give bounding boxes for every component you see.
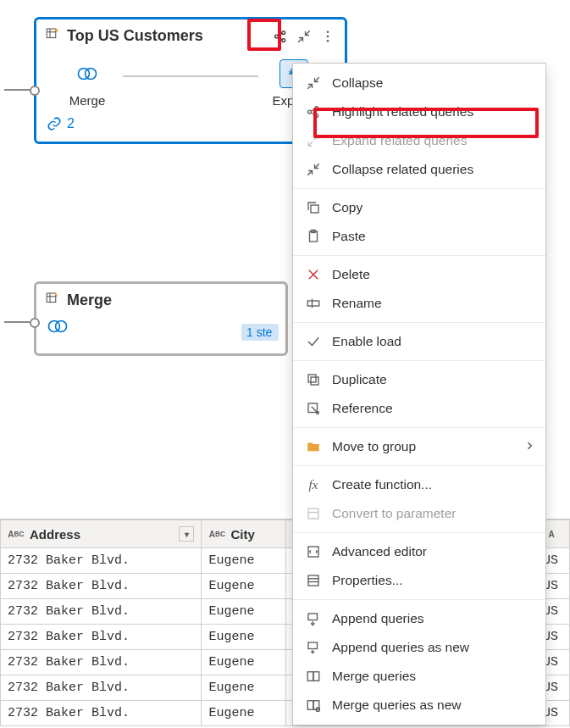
svg-point-10 — [327, 39, 329, 42]
cell-address[interactable]: 2732 Baker Blvd. — [1, 701, 202, 726]
svg-line-23 — [311, 113, 315, 115]
svg-rect-0 — [47, 29, 56, 38]
svg-rect-34 — [308, 508, 318, 519]
menu-item-collapse-related[interactable]: Collapse related queries — [293, 155, 545, 184]
diagram-canvas[interactable]: Top US Customers — [0, 0, 570, 728]
delete-icon — [305, 266, 322, 283]
menu-label: Expand related queries — [332, 133, 467, 148]
collapse-icon — [305, 75, 322, 92]
svg-rect-40 — [308, 614, 318, 620]
duplicate-icon — [305, 371, 322, 388]
menu-label: Merge queries as new — [332, 697, 462, 713]
menu-item-advanced-editor[interactable]: Advanced editor — [293, 537, 545, 566]
cell-city[interactable]: Eugene — [202, 625, 285, 650]
menu-item-expand-related: Expand related queries — [293, 126, 545, 155]
menu-item-properties[interactable]: Properties... — [293, 566, 545, 595]
cell-city[interactable]: Eugene — [202, 548, 285, 574]
menu-item-paste[interactable]: Paste — [293, 222, 545, 251]
svg-point-9 — [327, 35, 329, 37]
menu-label: Properties... — [332, 573, 403, 588]
column-label: Address — [30, 527, 80, 542]
svg-rect-14 — [47, 293, 56, 303]
menu-separator — [293, 322, 545, 323]
cell-city[interactable]: Eugene — [202, 675, 285, 701]
collapse-icon[interactable] — [296, 28, 313, 45]
menu-label: Rename — [332, 296, 382, 311]
port-connector-line — [4, 89, 30, 91]
card-title: Merge — [67, 292, 112, 309]
cell-address[interactable]: 2732 Baker Blvd. — [1, 625, 202, 650]
paste-icon — [305, 228, 322, 245]
menu-label: Highlight related queries — [332, 104, 473, 119]
menu-item-move-to-group[interactable]: Move to group — [293, 432, 545, 461]
input-port[interactable] — [30, 86, 40, 96]
svg-rect-37 — [308, 575, 318, 586]
menu-label: Append queries — [332, 611, 424, 626]
function-icon: fx — [305, 476, 322, 493]
port-connector-line — [4, 321, 30, 323]
reference-icon — [305, 400, 322, 417]
menu-item-reference[interactable]: Reference — [293, 394, 545, 423]
menu-label: Collapse — [332, 75, 383, 91]
menu-separator — [293, 532, 545, 533]
svg-rect-32 — [308, 375, 316, 382]
menu-item-rename[interactable]: Rename — [293, 289, 545, 318]
menu-item-merge-queries[interactable]: Merge queries — [293, 662, 545, 691]
menu-item-convert-to-parameter: Convert to parameter — [293, 499, 545, 528]
cell-address[interactable]: 2732 Baker Blvd. — [1, 574, 202, 599]
chevron-down-icon[interactable]: ▾ — [179, 526, 194, 542]
cell-address[interactable]: 2732 Baker Blvd. — [1, 675, 202, 701]
related-count[interactable]: 2 — [47, 116, 335, 131]
menu-label: Enable load — [332, 334, 401, 349]
rename-icon — [305, 295, 322, 312]
menu-label: Paste — [332, 229, 366, 244]
menu-label: Convert to parameter — [332, 506, 456, 521]
chevron-right-icon — [525, 439, 534, 454]
folder-icon — [305, 438, 322, 455]
column-header-address[interactable]: ABC Address ▾ — [1, 520, 202, 548]
menu-item-create-function[interactable]: fx Create function... — [293, 470, 545, 499]
menu-item-copy[interactable]: Copy — [293, 193, 545, 222]
merge-queries-icon — [305, 668, 322, 685]
menu-item-enable-load[interactable]: Enable load — [293, 327, 545, 356]
cell-city[interactable]: Eugene — [202, 574, 285, 599]
menu-separator — [293, 188, 545, 189]
menu-separator — [293, 427, 545, 428]
step-label: Merge — [69, 93, 106, 108]
menu-label: Move to group — [332, 439, 416, 454]
menu-item-highlight-related[interactable]: Highlight related queries — [293, 97, 545, 126]
column-header-city[interactable]: ABC City — [202, 520, 285, 548]
step-merge[interactable]: Merge — [52, 59, 123, 108]
merge-step-icon — [47, 315, 69, 337]
menu-separator — [293, 255, 545, 256]
cell-city[interactable]: Eugene — [202, 650, 285, 675]
more-options-icon[interactable] — [319, 28, 336, 45]
input-port[interactable] — [30, 318, 40, 328]
append-icon — [305, 610, 322, 627]
menu-separator — [293, 599, 545, 600]
menu-item-merge-queries-new[interactable]: Merge queries as new — [293, 691, 545, 720]
menu-item-duplicate[interactable]: Duplicate — [293, 365, 545, 394]
cell-address[interactable]: 2732 Baker Blvd. — [1, 650, 202, 675]
menu-label: Collapse related queries — [332, 162, 473, 177]
menu-item-append-queries-new[interactable]: Append queries as new — [293, 633, 545, 662]
svg-line-22 — [311, 108, 315, 111]
checkmark-icon — [305, 333, 322, 350]
parameter-icon — [305, 505, 322, 522]
cell-city[interactable]: Eugene — [202, 701, 285, 726]
cell-city[interactable]: Eugene — [202, 599, 285, 625]
share-icon[interactable] — [272, 28, 289, 45]
cell-address[interactable]: 2732 Baker Blvd. — [1, 548, 202, 574]
copy-icon — [305, 199, 322, 216]
svg-rect-41 — [308, 642, 318, 649]
query-card-merge[interactable]: Merge 1 ste — [34, 281, 288, 356]
menu-label: Reference — [332, 401, 393, 416]
menu-item-collapse[interactable]: Collapse — [293, 69, 545, 97]
svg-point-18 — [56, 321, 67, 332]
collapse-icon — [305, 161, 322, 178]
context-menu: Collapse Highlight related queries Expan… — [292, 63, 546, 725]
cell-address[interactable]: 2732 Baker Blvd. — [1, 599, 202, 625]
svg-line-6 — [278, 33, 282, 36]
menu-item-delete[interactable]: Delete — [293, 260, 545, 289]
menu-item-append-queries[interactable]: Append queries — [293, 604, 545, 633]
